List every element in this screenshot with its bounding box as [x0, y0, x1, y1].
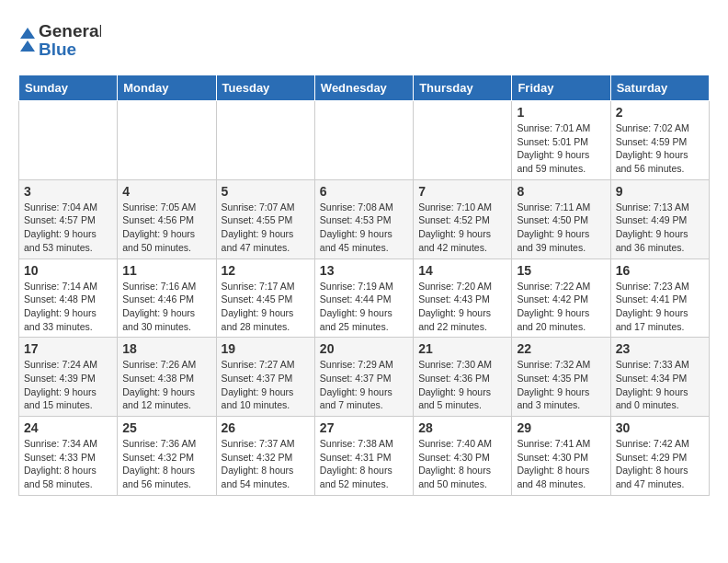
calendar-cell: 2Sunrise: 7:02 AMSunset: 4:59 PMDaylight… [610, 101, 709, 180]
calendar-week-1: 1Sunrise: 7:01 AMSunset: 5:01 PMDaylight… [19, 101, 710, 180]
day-info: Sunrise: 7:24 AMSunset: 4:39 PMDaylight:… [24, 358, 112, 412]
day-info: Sunrise: 7:10 AMSunset: 4:52 PMDaylight:… [418, 201, 506, 255]
day-number: 17 [24, 341, 112, 356]
calendar-cell: 24Sunrise: 7:34 AMSunset: 4:33 PMDayligh… [19, 417, 118, 496]
calendar-cell [414, 101, 512, 180]
day-number: 29 [517, 420, 605, 435]
weekday-header-sunday: Sunday [19, 75, 118, 101]
calendar-week-5: 24Sunrise: 7:34 AMSunset: 4:33 PMDayligh… [19, 417, 710, 496]
day-info: Sunrise: 7:22 AMSunset: 4:42 PMDaylight:… [517, 280, 605, 334]
calendar-cell: 18Sunrise: 7:26 AMSunset: 4:38 PMDayligh… [118, 338, 216, 417]
calendar-cell [118, 101, 216, 180]
calendar-cell: 4Sunrise: 7:05 AMSunset: 4:56 PMDaylight… [118, 179, 216, 259]
day-number: 27 [320, 420, 408, 435]
day-number: 3 [24, 184, 112, 199]
calendar-cell: 28Sunrise: 7:40 AMSunset: 4:30 PMDayligh… [414, 417, 512, 496]
weekday-header-monday: Monday [118, 75, 216, 101]
day-number: 5 [222, 184, 310, 199]
day-info: Sunrise: 7:07 AMSunset: 4:55 PMDaylight:… [222, 201, 310, 255]
svg-text:Blue: Blue [39, 40, 76, 59]
weekday-header-row: SundayMondayTuesdayWednesdayThursdayFrid… [19, 75, 710, 101]
day-info: Sunrise: 7:37 AMSunset: 4:32 PMDaylight:… [222, 437, 310, 491]
day-number: 20 [320, 341, 408, 356]
calendar-cell: 19Sunrise: 7:27 AMSunset: 4:37 PMDayligh… [216, 338, 314, 417]
day-number: 25 [122, 420, 210, 435]
calendar-cell: 29Sunrise: 7:41 AMSunset: 4:30 PMDayligh… [512, 417, 610, 496]
day-info: Sunrise: 7:34 AMSunset: 4:33 PMDaylight:… [24, 437, 112, 491]
calendar-cell: 10Sunrise: 7:14 AMSunset: 4:48 PMDayligh… [19, 259, 118, 338]
calendar-cell: 1Sunrise: 7:01 AMSunset: 5:01 PMDaylight… [512, 101, 610, 180]
calendar-cell: 27Sunrise: 7:38 AMSunset: 4:31 PMDayligh… [314, 417, 413, 496]
day-info: Sunrise: 7:20 AMSunset: 4:43 PMDaylight:… [418, 280, 506, 334]
calendar-cell: 15Sunrise: 7:22 AMSunset: 4:42 PMDayligh… [512, 259, 610, 338]
calendar-cell: 12Sunrise: 7:17 AMSunset: 4:45 PMDayligh… [216, 259, 314, 338]
day-number: 18 [122, 341, 210, 356]
day-number: 7 [418, 184, 506, 199]
day-number: 1 [517, 105, 605, 120]
weekday-header-thursday: Thursday [414, 75, 512, 101]
calendar-week-2: 3Sunrise: 7:04 AMSunset: 4:57 PMDaylight… [19, 179, 710, 259]
day-number: 23 [616, 341, 704, 356]
weekday-header-wednesday: Wednesday [314, 75, 413, 101]
day-info: Sunrise: 7:16 AMSunset: 4:46 PMDaylight:… [122, 280, 210, 334]
calendar-cell: 21Sunrise: 7:30 AMSunset: 4:36 PMDayligh… [414, 338, 512, 417]
day-number: 21 [418, 341, 506, 356]
svg-marker-3 [20, 40, 35, 52]
day-info: Sunrise: 7:23 AMSunset: 4:41 PMDaylight:… [616, 280, 704, 334]
weekday-header-tuesday: Tuesday [216, 75, 314, 101]
day-info: Sunrise: 7:32 AMSunset: 4:35 PMDaylight:… [517, 358, 605, 412]
day-number: 11 [122, 263, 210, 278]
day-info: Sunrise: 7:42 AMSunset: 4:29 PMDaylight:… [616, 437, 704, 491]
calendar-cell: 26Sunrise: 7:37 AMSunset: 4:32 PMDayligh… [216, 417, 314, 496]
day-info: Sunrise: 7:14 AMSunset: 4:48 PMDaylight:… [24, 280, 112, 334]
calendar-table: SundayMondayTuesdayWednesdayThursdayFrid… [18, 75, 710, 496]
day-number: 9 [616, 184, 704, 199]
calendar-cell: 5Sunrise: 7:07 AMSunset: 4:55 PMDaylight… [216, 179, 314, 259]
day-number: 8 [517, 184, 605, 199]
logo: GeneralBlue [18, 18, 101, 60]
calendar-cell: 8Sunrise: 7:11 AMSunset: 4:50 PMDaylight… [512, 179, 610, 259]
day-number: 12 [222, 263, 310, 278]
day-info: Sunrise: 7:30 AMSunset: 4:36 PMDaylight:… [418, 358, 506, 412]
day-info: Sunrise: 7:05 AMSunset: 4:56 PMDaylight:… [122, 201, 210, 255]
day-info: Sunrise: 7:27 AMSunset: 4:37 PMDaylight:… [222, 358, 310, 412]
page-header: GeneralBlue [18, 18, 710, 60]
day-number: 22 [517, 341, 605, 356]
day-info: Sunrise: 7:01 AMSunset: 5:01 PMDaylight:… [517, 121, 605, 176]
day-number: 30 [616, 420, 704, 435]
day-info: Sunrise: 7:04 AMSunset: 4:57 PMDaylight:… [24, 201, 112, 255]
day-info: Sunrise: 7:41 AMSunset: 4:30 PMDaylight:… [517, 437, 605, 491]
calendar-cell: 6Sunrise: 7:08 AMSunset: 4:53 PMDaylight… [314, 179, 413, 259]
day-info: Sunrise: 7:33 AMSunset: 4:34 PMDaylight:… [616, 358, 704, 412]
day-number: 2 [616, 105, 704, 120]
calendar-cell: 22Sunrise: 7:32 AMSunset: 4:35 PMDayligh… [512, 338, 610, 417]
day-info: Sunrise: 7:08 AMSunset: 4:53 PMDaylight:… [320, 201, 408, 255]
calendar-cell: 7Sunrise: 7:10 AMSunset: 4:52 PMDaylight… [414, 179, 512, 259]
day-number: 13 [320, 263, 408, 278]
weekday-header-friday: Friday [512, 75, 610, 101]
day-info: Sunrise: 7:26 AMSunset: 4:38 PMDaylight:… [122, 358, 210, 412]
day-number: 10 [24, 263, 112, 278]
day-number: 16 [616, 263, 704, 278]
calendar-cell: 13Sunrise: 7:19 AMSunset: 4:44 PMDayligh… [314, 259, 413, 338]
calendar-cell [19, 101, 118, 180]
calendar-cell: 20Sunrise: 7:29 AMSunset: 4:37 PMDayligh… [314, 338, 413, 417]
calendar-cell [314, 101, 413, 180]
calendar-cell: 30Sunrise: 7:42 AMSunset: 4:29 PMDayligh… [610, 417, 709, 496]
day-info: Sunrise: 7:36 AMSunset: 4:32 PMDaylight:… [122, 437, 210, 491]
calendar-cell: 3Sunrise: 7:04 AMSunset: 4:57 PMDaylight… [19, 179, 118, 259]
day-number: 19 [222, 341, 310, 356]
calendar-cell: 9Sunrise: 7:13 AMSunset: 4:49 PMDaylight… [610, 179, 709, 259]
calendar-cell: 14Sunrise: 7:20 AMSunset: 4:43 PMDayligh… [414, 259, 512, 338]
svg-marker-2 [20, 28, 35, 39]
day-number: 4 [122, 184, 210, 199]
calendar-cell: 11Sunrise: 7:16 AMSunset: 4:46 PMDayligh… [118, 259, 216, 338]
day-number: 28 [418, 420, 506, 435]
day-info: Sunrise: 7:38 AMSunset: 4:31 PMDaylight:… [320, 437, 408, 491]
calendar-cell: 16Sunrise: 7:23 AMSunset: 4:41 PMDayligh… [610, 259, 709, 338]
day-number: 14 [418, 263, 506, 278]
calendar-cell: 25Sunrise: 7:36 AMSunset: 4:32 PMDayligh… [118, 417, 216, 496]
day-info: Sunrise: 7:13 AMSunset: 4:49 PMDaylight:… [616, 201, 704, 255]
day-info: Sunrise: 7:19 AMSunset: 4:44 PMDaylight:… [320, 280, 408, 334]
weekday-header-saturday: Saturday [610, 75, 709, 101]
